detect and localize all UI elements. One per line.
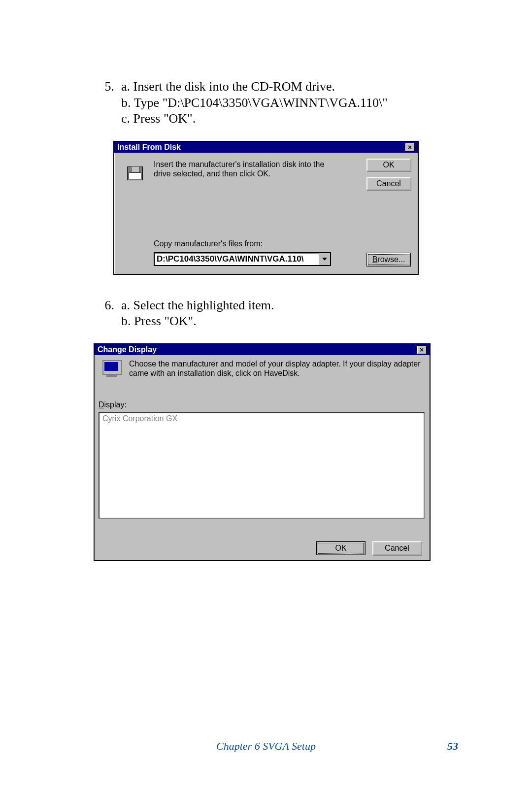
- step-line: a. Select the highlighted item.: [121, 298, 466, 314]
- path-value: D:\PC104\3350\VGA\WINNT\VGA.110\: [155, 254, 319, 264]
- dialog-body: Insert the manufacturer's installation d…: [114, 153, 418, 274]
- step-body: a. Insert the disk into the CD-ROM drive…: [121, 79, 466, 127]
- svg-marker-0: [322, 258, 327, 261]
- floppy-icon: [124, 165, 146, 181]
- dialog-title: Install From Disk: [117, 143, 405, 152]
- list-item[interactable]: Cyrix Corporation GX: [102, 414, 421, 423]
- title-bar: Install From Disk ×: [114, 142, 418, 153]
- cancel-button[interactable]: Cancel: [372, 541, 422, 555]
- title-bar: Change Display ×: [95, 344, 430, 355]
- display-listbox[interactable]: Cyrix Corporation GX: [99, 412, 425, 519]
- dialog-message: Insert the manufacturer's installation d…: [154, 160, 336, 178]
- copy-from-label-text: opy manufacturer's files from:: [160, 239, 263, 248]
- chapter-label: Chapter 6 SVGA Setup: [216, 740, 316, 752]
- dialog-body: Choose the manufacturer and model of you…: [95, 355, 430, 560]
- display-listbox-label: Display:: [99, 400, 127, 409]
- page-footer: Chapter 6 SVGA Setup 53: [0, 740, 532, 753]
- browse-button[interactable]: Browse...: [366, 253, 411, 266]
- cancel-button[interactable]: Cancel: [366, 177, 411, 190]
- page-number: 53: [447, 740, 458, 753]
- change-display-dialog: Change Display × Choose the manufacturer…: [94, 343, 431, 561]
- install-from-disk-dialog: Install From Disk × Insert the manufactu…: [113, 141, 419, 275]
- dialog-message: Choose the manufacturer and model of you…: [129, 359, 423, 378]
- document-page: 5. a. Insert the disk into the CD-ROM dr…: [0, 0, 532, 797]
- step-body: a. Select the highlighted item. b. Press…: [121, 298, 466, 330]
- close-icon[interactable]: ×: [405, 143, 415, 152]
- step-number: 5.: [94, 79, 121, 127]
- close-icon[interactable]: ×: [417, 345, 427, 354]
- copy-from-label: Copy manufacturer's files from:: [154, 239, 351, 248]
- step-line: b. Type "D:\PC104\3350\VGA\WINNT\VGA.110…: [121, 95, 466, 111]
- step-number: 6.: [94, 298, 121, 330]
- dialog-title: Change Display: [98, 345, 417, 354]
- monitor-icon: [101, 360, 122, 378]
- step-line: a. Insert the disk into the CD-ROM drive…: [121, 79, 466, 95]
- chevron-down-icon[interactable]: [319, 253, 330, 265]
- ok-button[interactable]: OK: [366, 159, 411, 171]
- step-line: c. Press "OK".: [121, 111, 466, 127]
- ok-button[interactable]: OK: [316, 541, 366, 555]
- step-5: 5. a. Insert the disk into the CD-ROM dr…: [94, 79, 466, 127]
- path-combobox[interactable]: D:\PC104\3350\VGA\WINNT\VGA.110\: [154, 252, 331, 266]
- step-line: b. Press "OK".: [121, 313, 466, 330]
- step-6: 6. a. Select the highlighted item. b. Pr…: [94, 298, 466, 330]
